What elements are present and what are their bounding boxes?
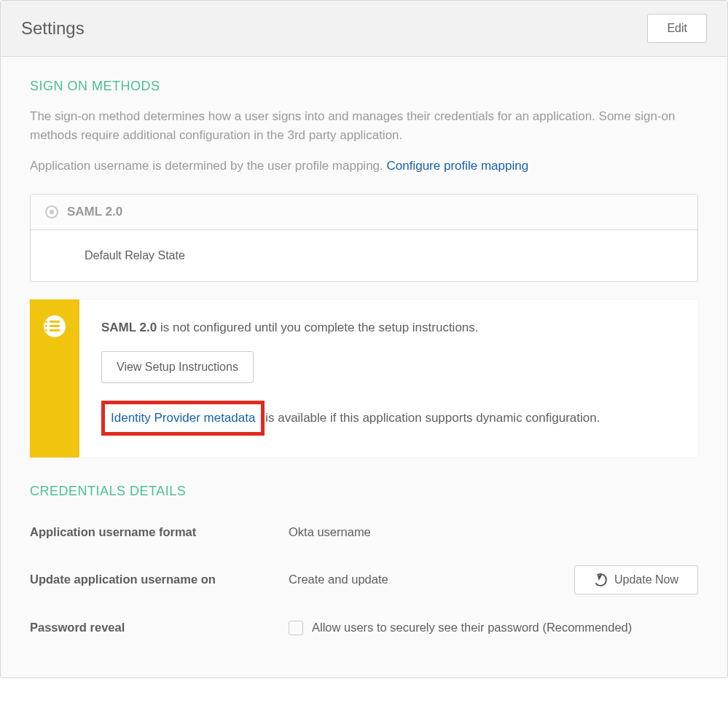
setup-alert: SAML 2.0 is not configured until you com… (30, 299, 698, 457)
radio-selected-icon (45, 205, 58, 219)
refresh-icon (593, 572, 608, 587)
sign-on-description: The sign-on method determines how a user… (30, 107, 698, 146)
settings-panel: Settings Edit SIGN ON METHODS The sign-o… (0, 0, 728, 678)
profile-mapping-line: Application username is determined by th… (30, 159, 698, 173)
password-reveal-checkbox-label: Allow users to securely see their passwo… (312, 621, 632, 634)
idp-metadata-line: Identity Provider metadata is available … (101, 401, 676, 436)
view-setup-instructions-button[interactable]: View Setup Instructions (101, 351, 254, 383)
update-on-value-text: Create and update (289, 573, 388, 586)
identity-provider-metadata-link[interactable]: Identity Provider metadata (101, 401, 265, 436)
saml-method-card: SAML 2.0 Default Relay State (30, 194, 698, 282)
update-on-label: Update application username on (30, 573, 289, 586)
list-icon (44, 315, 66, 337)
protocol-name: SAML 2.0 (67, 205, 122, 219)
panel-header: Settings Edit (1, 1, 727, 57)
username-format-label: Application username format (30, 525, 289, 539)
default-relay-state-label: Default Relay State (85, 249, 185, 262)
sign-on-methods-heading: SIGN ON METHODS (30, 79, 698, 94)
alert-content: SAML 2.0 is not configured until you com… (79, 299, 698, 457)
alert-accent-bar (30, 299, 79, 457)
saml-method-body: Default Relay State (31, 230, 697, 281)
alert-protocol-bold: SAML 2.0 (101, 321, 157, 334)
panel-title: Settings (21, 18, 85, 39)
configure-profile-mapping-link[interactable]: Configure profile mapping (387, 159, 529, 173)
password-reveal-checkbox[interactable] (289, 621, 303, 635)
credentials-heading: CREDENTIALS DETAILS (30, 484, 698, 499)
credentials-row-username-format: Application username format Okta usernam… (30, 512, 698, 552)
update-now-button[interactable]: Update Now (574, 565, 698, 594)
alert-message: SAML 2.0 is not configured until you com… (101, 318, 676, 337)
credentials-section: CREDENTIALS DETAILS Application username… (30, 484, 698, 648)
password-reveal-value: Allow users to securely see their passwo… (289, 621, 698, 635)
credentials-row-update-on: Update application username on Create an… (30, 552, 698, 608)
saml-method-header[interactable]: SAML 2.0 (31, 195, 697, 230)
username-format-value: Okta username (289, 525, 698, 539)
edit-button[interactable]: Edit (647, 14, 707, 43)
password-reveal-label: Password reveal (30, 621, 289, 634)
credentials-row-password-reveal: Password reveal Allow users to securely … (30, 608, 698, 648)
idp-metadata-tail: is available if this application support… (262, 411, 600, 425)
profile-mapping-prefix: Application username is determined by th… (30, 159, 387, 173)
update-on-value: Create and update Update Now (289, 565, 698, 594)
alert-protocol-tail: is not configured until you complete the… (157, 321, 478, 334)
panel-body: SIGN ON METHODS The sign-on method deter… (1, 57, 727, 677)
update-now-label: Update Now (614, 573, 678, 586)
